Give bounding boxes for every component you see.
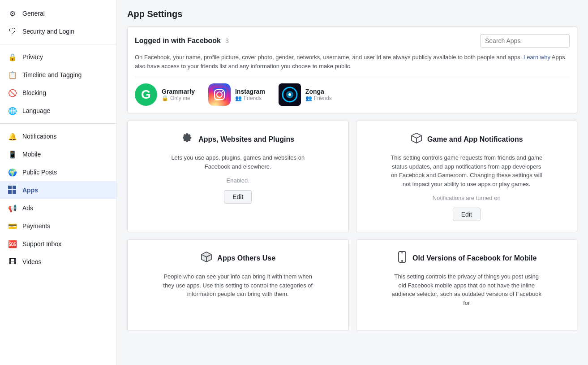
sidebar: ⚙ General 🛡 Security and Login 🔒 Privacy… (0, 0, 116, 365)
sidebar-item-mobile[interactable]: 📱 Mobile (0, 145, 116, 163)
zonga-privacy-label: Friends (314, 95, 332, 101)
sidebar-item-apps[interactable]: Apps (0, 181, 116, 199)
box-card-icon (410, 132, 423, 147)
main-content: App Settings Logged in with Facebook 3 O… (116, 0, 588, 365)
instagram-info: Instagram 👥 Friends (235, 88, 265, 101)
sidebar-label-public-posts: Public Posts (22, 169, 57, 176)
sidebar-item-videos[interactable]: 🎞 Videos (0, 253, 116, 271)
sidebar-label-language: Language (22, 107, 50, 114)
apps-icon (7, 185, 18, 196)
sidebar-item-support-inbox[interactable]: 🆘 Support Inbox (0, 235, 116, 253)
sidebar-divider-1 (0, 44, 116, 44)
card-desc-4: This setting controls the privacy of thi… (391, 272, 543, 307)
lock-small-icon: 🔒 (162, 95, 168, 101)
instagram-logo (208, 83, 231, 106)
sidebar-item-security-and-login[interactable]: 🛡 Security and Login (0, 22, 116, 40)
zonga-logo (279, 83, 301, 106)
apps-grid: G Grammarly 🔒 Only me (135, 83, 570, 106)
sidebar-label-blocking: Blocking (22, 89, 46, 96)
card-title-1: Apps, Websites and Plugins (198, 135, 294, 143)
card-title-2: Game and App Notifications (427, 135, 523, 143)
sidebar-item-privacy[interactable]: 🔒 Privacy (0, 48, 116, 66)
ads-icon: 📢 (7, 203, 18, 213)
gear-card-icon (181, 132, 194, 147)
card-header-1: Apps, Websites and Plugins (181, 132, 294, 147)
shield-icon: 🛡 (7, 26, 18, 37)
instagram-privacy-label: Friends (244, 95, 262, 101)
sidebar-item-payments[interactable]: 💳 Payments (0, 217, 116, 235)
sidebar-label-apps: Apps (22, 187, 38, 194)
card-header-4: Old Versions of Facebook for Mobile (396, 251, 536, 266)
sidebar-item-notifications[interactable]: 🔔 Notifications (0, 127, 116, 145)
friends-icon-instagram: 👥 (235, 95, 242, 101)
card-desc-1: Lets you use apps, plugins, games and we… (162, 153, 314, 171)
sidebar-label-privacy: Privacy (22, 53, 43, 61)
instagram-privacy: 👥 Friends (235, 95, 265, 101)
page-title: App Settings (127, 9, 577, 19)
card-apps-others-use: Apps Others Use People who can see your … (127, 239, 349, 331)
sidebar-label-support: Support Inbox (22, 240, 61, 248)
globe-icon: 🌐 (7, 105, 18, 116)
clipboard-icon: 📋 (7, 70, 18, 80)
sidebar-item-ads[interactable]: 📢 Ads (0, 199, 116, 217)
sidebar-label-timeline: Timeline and Tagging (22, 71, 82, 78)
app-item-grammarly[interactable]: G Grammarly 🔒 Only me (135, 83, 195, 106)
card-apps-websites-plugins: Apps, Websites and Plugins Lets you use … (127, 121, 349, 232)
sidebar-item-general[interactable]: ⚙ General (0, 4, 116, 22)
gear-icon: ⚙ (7, 8, 18, 19)
sidebar-divider-2 (0, 123, 116, 124)
svg-rect-1 (13, 186, 16, 189)
card-title-4: Old Versions of Facebook for Mobile (412, 254, 536, 262)
zonga-name: Zonga (305, 88, 332, 95)
learn-why-link[interactable]: Learn why (524, 54, 550, 61)
logged-in-section: Logged in with Facebook 3 On Facebook, y… (127, 26, 577, 113)
sidebar-item-blocking[interactable]: 🚫 Blocking (0, 84, 116, 102)
card-icon: 💳 (7, 221, 18, 231)
zonga-info: Zonga 👥 Friends (305, 88, 332, 101)
sidebar-item-public-posts[interactable]: 🌍 Public Posts (0, 163, 116, 181)
card-header-3: Apps Others Use (200, 251, 275, 266)
card-desc-3: People who can see your info can bring i… (162, 272, 314, 299)
search-apps-input[interactable] (480, 34, 570, 48)
svg-rect-3 (13, 190, 16, 194)
svg-rect-0 (8, 186, 12, 189)
friends-icon-zonga: 👥 (305, 95, 312, 101)
grammarly-privacy: 🔒 Only me (162, 95, 195, 101)
card-title-3: Apps Others Use (217, 254, 275, 262)
card-header-2: Game and App Notifications (410, 132, 523, 147)
info-text-part1: On Facebook, your name, profile picture,… (135, 54, 522, 61)
card-old-versions: Old Versions of Facebook for Mobile This… (356, 239, 578, 331)
edit-button-2[interactable]: Edit (453, 208, 481, 221)
svg-point-11 (288, 93, 291, 96)
sidebar-label-ads: Ads (22, 204, 33, 212)
sidebar-label-general: General (22, 10, 45, 17)
logged-in-title-group: Logged in with Facebook 3 (135, 37, 229, 45)
zonga-privacy: 👥 Friends (305, 95, 332, 101)
card-status-2: Notifications are turned on (433, 195, 501, 201)
sidebar-label-videos: Videos (22, 258, 42, 265)
cube-card-icon (200, 251, 213, 266)
sidebar-item-language[interactable]: 🌐 Language (0, 102, 116, 120)
sidebar-label-payments: Payments (22, 222, 50, 230)
grammarly-logo: G (135, 83, 157, 106)
svg-point-6 (222, 91, 223, 92)
app-item-instagram[interactable]: Instagram 👥 Friends (208, 83, 265, 106)
sidebar-item-timeline[interactable]: 📋 Timeline and Tagging (0, 66, 116, 84)
app-item-zonga[interactable]: Zonga 👥 Friends (279, 83, 332, 106)
earth-icon: 🌍 (7, 167, 18, 178)
block-icon: 🚫 (7, 87, 18, 98)
svg-point-14 (402, 261, 403, 261)
grammarly-privacy-label: Only me (170, 95, 190, 101)
app-count: 3 (225, 37, 229, 44)
mobile-icon: 📱 (7, 149, 18, 160)
instagram-name: Instagram (235, 88, 265, 95)
bell-icon: 🔔 (7, 131, 18, 142)
grammarly-info: Grammarly 🔒 Only me (162, 88, 195, 101)
support-icon: 🆘 (7, 239, 18, 249)
grammarly-name: Grammarly (162, 88, 195, 95)
card-desc-2: This setting controls game requests from… (391, 153, 543, 188)
phone-card-icon (396, 251, 408, 266)
sidebar-label-notifications: Notifications (22, 133, 56, 140)
cards-grid: Apps, Websites and Plugins Lets you use … (127, 121, 577, 331)
edit-button-1[interactable]: Edit (224, 190, 252, 204)
